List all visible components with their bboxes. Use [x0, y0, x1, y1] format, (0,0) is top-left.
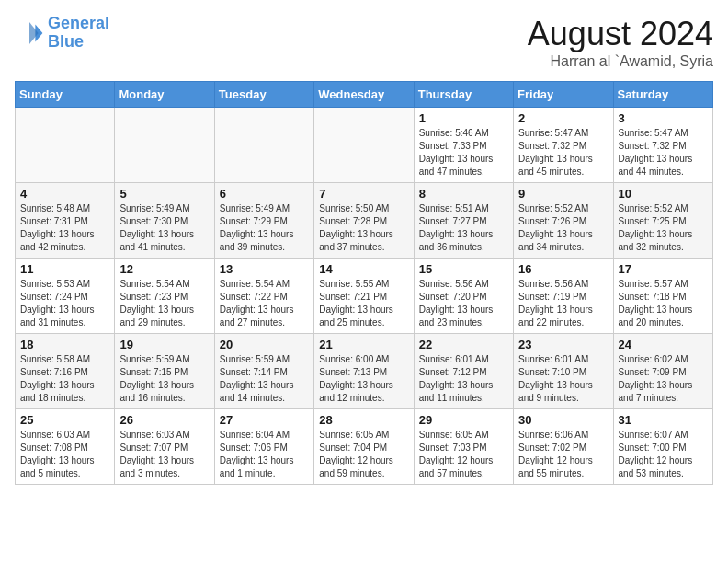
day-info: Sunrise: 6:07 AM Sunset: 7:00 PM Dayligh… [619, 429, 708, 480]
calendar-cell: 17Sunrise: 5:57 AM Sunset: 7:18 PM Dayli… [613, 259, 712, 334]
day-info: Sunrise: 6:00 AM Sunset: 7:13 PM Dayligh… [319, 353, 408, 405]
calendar-cell: 2Sunrise: 5:47 AM Sunset: 7:32 PM Daylig… [514, 108, 613, 183]
calendar-cell: 23Sunrise: 6:01 AM Sunset: 7:10 PM Dayli… [514, 334, 613, 409]
day-number: 1 [419, 111, 508, 125]
day-info: Sunrise: 5:59 AM Sunset: 7:14 PM Dayligh… [220, 353, 309, 405]
day-number: 10 [619, 187, 708, 201]
calendar-cell: 26Sunrise: 6:03 AM Sunset: 7:07 PM Dayli… [115, 409, 214, 485]
day-number: 31 [619, 413, 708, 427]
day-number: 7 [319, 187, 408, 201]
day-number: 15 [419, 262, 508, 276]
day-header-saturday: Saturday [613, 82, 712, 108]
logo-icon [15, 18, 44, 48]
day-header-wednesday: Wednesday [314, 82, 414, 108]
day-number: 11 [20, 262, 109, 276]
calendar-cell: 27Sunrise: 6:04 AM Sunset: 7:06 PM Dayli… [214, 409, 313, 485]
calendar-cell: 14Sunrise: 5:55 AM Sunset: 7:21 PM Dayli… [314, 259, 414, 334]
day-number: 16 [518, 262, 608, 276]
day-number: 20 [220, 338, 309, 351]
day-number: 23 [518, 338, 608, 351]
day-info: Sunrise: 5:59 AM Sunset: 7:15 PM Dayligh… [119, 353, 209, 405]
day-number: 30 [518, 413, 608, 427]
day-info: Sunrise: 5:49 AM Sunset: 7:29 PM Dayligh… [220, 202, 309, 254]
day-info: Sunrise: 6:01 AM Sunset: 7:10 PM Dayligh… [518, 353, 608, 405]
day-info: Sunrise: 6:04 AM Sunset: 7:06 PM Dayligh… [220, 429, 309, 480]
calendar-cell: 20Sunrise: 5:59 AM Sunset: 7:14 PM Dayli… [214, 334, 313, 409]
calendar-cell: 31Sunrise: 6:07 AM Sunset: 7:00 PM Dayli… [613, 409, 712, 485]
title-block: August 2024 Harran al `Awamid, Syria [528, 15, 713, 70]
day-number: 3 [619, 111, 708, 125]
day-info: Sunrise: 5:56 AM Sunset: 7:19 PM Dayligh… [518, 278, 608, 329]
calendar-cell: 22Sunrise: 6:01 AM Sunset: 7:12 PM Dayli… [414, 334, 513, 409]
calendar-cell: 5Sunrise: 5:49 AM Sunset: 7:30 PM Daylig… [115, 183, 214, 259]
calendar-cell: 16Sunrise: 5:56 AM Sunset: 7:19 PM Dayli… [514, 259, 613, 334]
day-number: 6 [220, 187, 309, 201]
calendar-table: SundayMondayTuesdayWednesdayThursdayFrid… [15, 81, 713, 485]
day-info: Sunrise: 5:52 AM Sunset: 7:26 PM Dayligh… [518, 202, 608, 254]
day-number: 21 [319, 338, 408, 351]
day-number: 5 [119, 187, 209, 201]
day-number: 12 [119, 262, 209, 276]
calendar-cell: 4Sunrise: 5:48 AM Sunset: 7:31 PM Daylig… [16, 183, 115, 259]
day-info: Sunrise: 5:56 AM Sunset: 7:20 PM Dayligh… [419, 278, 508, 329]
logo-line1: General [48, 14, 109, 32]
day-info: Sunrise: 5:52 AM Sunset: 7:25 PM Dayligh… [619, 202, 708, 254]
day-info: Sunrise: 5:47 AM Sunset: 7:32 PM Dayligh… [518, 127, 608, 178]
calendar-cell: 25Sunrise: 6:03 AM Sunset: 7:08 PM Dayli… [16, 409, 115, 485]
calendar-cell: 13Sunrise: 5:54 AM Sunset: 7:22 PM Dayli… [214, 259, 313, 334]
calendar-cell: 6Sunrise: 5:49 AM Sunset: 7:29 PM Daylig… [214, 183, 313, 259]
day-info: Sunrise: 5:55 AM Sunset: 7:21 PM Dayligh… [319, 278, 408, 329]
day-info: Sunrise: 6:06 AM Sunset: 7:02 PM Dayligh… [518, 429, 608, 480]
day-number: 19 [119, 338, 209, 351]
svg-marker-1 [29, 22, 39, 44]
calendar-cell: 11Sunrise: 5:53 AM Sunset: 7:24 PM Dayli… [16, 259, 115, 334]
day-info: Sunrise: 5:54 AM Sunset: 7:23 PM Dayligh… [119, 278, 209, 329]
day-header-friday: Friday [514, 82, 613, 108]
day-info: Sunrise: 5:50 AM Sunset: 7:28 PM Dayligh… [319, 202, 408, 254]
day-info: Sunrise: 5:54 AM Sunset: 7:22 PM Dayligh… [220, 278, 309, 329]
calendar-cell: 10Sunrise: 5:52 AM Sunset: 7:25 PM Dayli… [613, 183, 712, 259]
day-number: 25 [20, 413, 109, 427]
day-number: 22 [419, 338, 508, 351]
day-info: Sunrise: 5:46 AM Sunset: 7:33 PM Dayligh… [419, 127, 508, 178]
week-row-5: 25Sunrise: 6:03 AM Sunset: 7:08 PM Dayli… [16, 409, 713, 485]
calendar-cell: 9Sunrise: 5:52 AM Sunset: 7:26 PM Daylig… [514, 183, 613, 259]
day-number: 13 [220, 262, 309, 276]
calendar-cell [115, 108, 214, 183]
calendar-cell: 15Sunrise: 5:56 AM Sunset: 7:20 PM Dayli… [414, 259, 513, 334]
day-number: 14 [319, 262, 408, 276]
day-number: 29 [419, 413, 508, 427]
calendar-cell: 30Sunrise: 6:06 AM Sunset: 7:02 PM Dayli… [514, 409, 613, 485]
day-number: 26 [119, 413, 209, 427]
calendar-cell [314, 108, 414, 183]
logo: General Blue [15, 15, 109, 52]
day-info: Sunrise: 5:49 AM Sunset: 7:30 PM Dayligh… [119, 202, 209, 254]
page-header: General Blue August 2024 Harran al `Awam… [15, 15, 713, 70]
day-info: Sunrise: 5:53 AM Sunset: 7:24 PM Dayligh… [20, 278, 109, 329]
day-info: Sunrise: 5:58 AM Sunset: 7:16 PM Dayligh… [20, 353, 109, 405]
day-number: 9 [518, 187, 608, 201]
day-header-thursday: Thursday [414, 82, 513, 108]
day-info: Sunrise: 6:05 AM Sunset: 7:04 PM Dayligh… [319, 429, 408, 480]
day-number: 18 [20, 338, 109, 351]
day-number: 17 [619, 262, 708, 276]
day-header-sunday: Sunday [16, 82, 115, 108]
day-header-monday: Monday [115, 82, 214, 108]
calendar-cell: 29Sunrise: 6:05 AM Sunset: 7:03 PM Dayli… [414, 409, 513, 485]
month-title: August 2024 [528, 15, 713, 53]
calendar-cell: 3Sunrise: 5:47 AM Sunset: 7:32 PM Daylig… [613, 108, 712, 183]
logo-line2: Blue [48, 32, 84, 51]
calendar-cell: 1Sunrise: 5:46 AM Sunset: 7:33 PM Daylig… [414, 108, 513, 183]
calendar-cell: 19Sunrise: 5:59 AM Sunset: 7:15 PM Dayli… [115, 334, 214, 409]
day-number: 4 [20, 187, 109, 201]
location: Harran al `Awamid, Syria [528, 53, 713, 70]
day-info: Sunrise: 5:57 AM Sunset: 7:18 PM Dayligh… [619, 278, 708, 329]
calendar-cell [16, 108, 115, 183]
day-header-tuesday: Tuesday [214, 82, 313, 108]
day-info: Sunrise: 5:51 AM Sunset: 7:27 PM Dayligh… [419, 202, 508, 254]
logo-text: General Blue [48, 15, 109, 52]
calendar-cell: 18Sunrise: 5:58 AM Sunset: 7:16 PM Dayli… [16, 334, 115, 409]
calendar-cell: 21Sunrise: 6:00 AM Sunset: 7:13 PM Dayli… [314, 334, 414, 409]
calendar-cell: 28Sunrise: 6:05 AM Sunset: 7:04 PM Dayli… [314, 409, 414, 485]
day-info: Sunrise: 6:03 AM Sunset: 7:08 PM Dayligh… [20, 429, 109, 480]
